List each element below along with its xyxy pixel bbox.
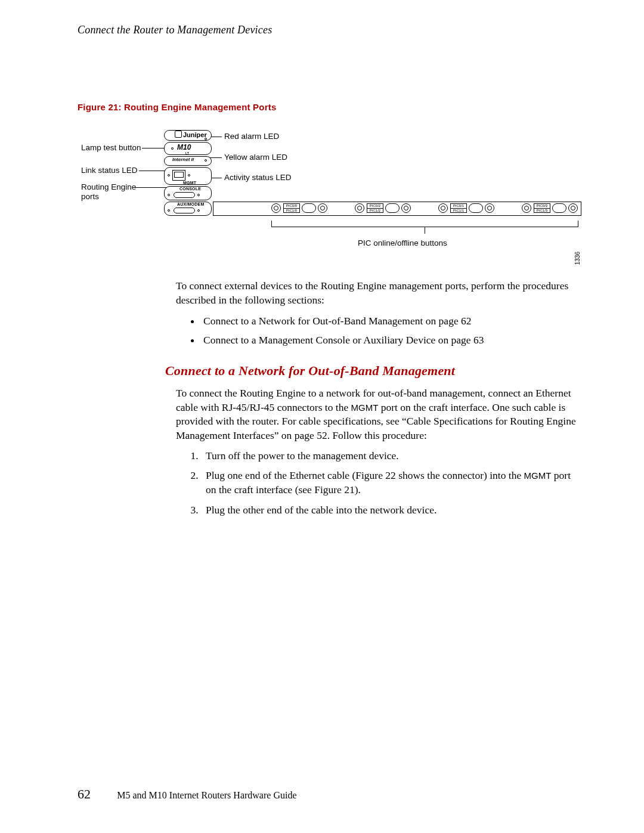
step-item: Plug the other end of the cable into the… bbox=[201, 503, 578, 518]
internet-brand: Internet II bbox=[172, 157, 194, 162]
model-brand: M10 bbox=[177, 143, 191, 151]
aux-label: AUX/MODEM bbox=[177, 202, 204, 206]
page-number: 62 bbox=[78, 786, 91, 801]
page-footer: 62 M5 and M10 Internet Routers Hardware … bbox=[78, 786, 297, 802]
vendor-brand: Juniper bbox=[175, 131, 207, 138]
list-item: Connect to a Network for Out-of-Band Man… bbox=[201, 314, 578, 329]
intro-bullets: Connect to a Network for Out-of-Band Man… bbox=[176, 314, 578, 347]
list-item: Connect to a Management Console or Auxil… bbox=[201, 333, 578, 348]
step-item: Turn off the power to the management dev… bbox=[201, 449, 578, 463]
re-ports-label-l1: Routing Engine bbox=[81, 182, 136, 191]
lt-label: LT bbox=[185, 151, 189, 155]
section-paragraph: To connect the Routing Engine to a netwo… bbox=[176, 386, 578, 443]
figure-sidecode: 1336 bbox=[574, 252, 581, 265]
yellow-alarm-label: Yellow alarm LED bbox=[224, 153, 287, 162]
re-ports-label-l2: ports bbox=[81, 192, 99, 201]
mgmt-label: MGMT bbox=[183, 181, 196, 185]
activity-status-label: Activity status LED bbox=[224, 173, 292, 182]
running-header: Connect the Router to Management Devices bbox=[78, 24, 578, 36]
footer-title: M5 and M10 Internet Routers Hardware Gui… bbox=[117, 790, 296, 800]
lamp-test-label: Lamp test button bbox=[81, 143, 141, 152]
link-status-label: Link status LED bbox=[81, 166, 138, 175]
red-alarm-label: Red alarm LED bbox=[224, 132, 279, 141]
step-item: Plug one end of the Ethernet cable (Figu… bbox=[201, 469, 578, 497]
intro-paragraph: To connect external devices to the Routi… bbox=[176, 279, 578, 307]
body-text: To connect external devices to the Routi… bbox=[176, 279, 578, 517]
console-label: CONSOLE bbox=[179, 187, 201, 191]
section-title: Connect to a Network for Out-of-Band Man… bbox=[165, 362, 578, 380]
figure-diagram: Lamp test button Link status LED Routing… bbox=[78, 124, 578, 261]
procedure-steps: Turn off the power to the management dev… bbox=[176, 449, 578, 518]
figure-caption: Figure 21: Routing Engine Management Por… bbox=[78, 102, 578, 112]
pic-buttons-label: PIC online/offline buttons bbox=[358, 239, 447, 247]
